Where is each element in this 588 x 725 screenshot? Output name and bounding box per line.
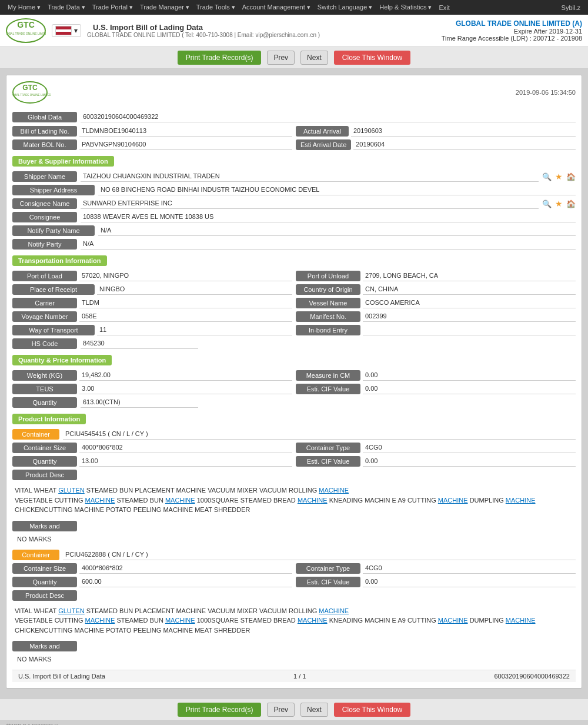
- container2-type-col: Container Type 4CG0: [296, 563, 576, 574]
- actual-arrival-label: Actual Arrival: [296, 126, 349, 137]
- consignee-star-icon[interactable]: ★: [555, 199, 563, 208]
- nav-tradedata[interactable]: Trade Data ▾: [45, 2, 88, 12]
- consignee-home-icon[interactable]: 🏠: [566, 199, 576, 208]
- machine-link11[interactable]: MACHINE: [438, 617, 468, 624]
- port-of-unload-label: Port of Unload: [296, 271, 360, 281]
- nav-tradeportal[interactable]: Trade Portal ▾: [89, 2, 136, 12]
- prev-button-top[interactable]: Prev: [267, 51, 295, 65]
- container2-value: PCIU4622888 ( CN / L / CY ): [63, 550, 576, 560]
- global-data-row: Global Data 600320190604000469322: [12, 112, 576, 122]
- voyage-number-label: Voyage Number: [12, 311, 77, 322]
- main-content: GTC GLOBAL TRADE ONLINE LIMITED 2019-09-…: [0, 69, 588, 699]
- language-flag[interactable]: ▾: [52, 24, 81, 37]
- close-button-top[interactable]: Close This Window: [334, 51, 410, 65]
- gluten-link2[interactable]: GLUTEN: [58, 607, 85, 614]
- container-block-1: Container PCIU4545415 ( CN / L / CY ) Co…: [12, 429, 576, 544]
- weight-measure-row: Weight (KG) 19,482.00 Measure in CM 0.00: [12, 370, 576, 381]
- port-of-unload-value: 2709, LONG BEACH, CA: [363, 271, 576, 281]
- container1-row: Container PCIU4545415 ( CN / L / CY ): [12, 429, 576, 440]
- container2-cif-value: 0.00: [363, 577, 576, 587]
- consignee-value: 10838 WEAVER AVES EL MONTE 10838 US: [81, 212, 576, 222]
- teus-cif-row: TEUS 3.00 Esti. CIF Value 0.00: [12, 384, 576, 394]
- teus-label: TEUS: [12, 384, 77, 394]
- header-title-area: U.S. Import Bill of Lading Data GLOBAL T…: [87, 23, 320, 38]
- container2-size-value: 4000*806*802: [79, 563, 292, 574]
- carrier-vessel-row: Carrier TLDM Vessel Name COSCO AMERICA: [12, 298, 576, 308]
- svg-text:GTC: GTC: [17, 20, 35, 29]
- machine-link5[interactable]: MACHINE: [438, 497, 468, 504]
- container2-qty-value: 600.00: [79, 577, 292, 587]
- nav-myhome[interactable]: My Home ▾: [5, 2, 44, 12]
- port-of-load-label: Port of Load: [12, 271, 77, 281]
- machine-link3[interactable]: MACHINE: [165, 497, 195, 504]
- country-of-origin-label: Country of Origin: [296, 284, 360, 295]
- machine-link4[interactable]: MACHINE: [298, 497, 328, 504]
- prev-button-bottom[interactable]: Prev: [267, 703, 295, 717]
- weight-label: Weight (KG): [12, 370, 77, 381]
- contact-info: GLOBAL TRADE ONLINE LIMITED ( Tel: 400-7…: [87, 32, 320, 38]
- nav-exit[interactable]: Exit: [436, 3, 452, 12]
- esti-arrival-label: Esti Arrival Date: [296, 139, 351, 150]
- machine-link7[interactable]: MACHINE: [319, 607, 349, 614]
- machine-link2[interactable]: MACHINE: [85, 497, 115, 504]
- quantity-label: Quantity: [12, 397, 77, 408]
- bill-arrival-row: Bill of Lading No. TLDMNBOE19040113 Actu…: [12, 126, 576, 137]
- record-id: 600320190604000469322: [495, 673, 570, 680]
- global-data-value: 600320190604000469322: [81, 112, 576, 122]
- time-range: Time Range Accessible (LDR) : 200712 - 2…: [442, 35, 582, 42]
- bill-of-lading-label: Bill of Lading No.: [12, 126, 77, 137]
- machine-link12[interactable]: MACHINE: [506, 617, 536, 624]
- machine-link1[interactable]: MACHINE: [319, 487, 349, 494]
- nav-tradetools[interactable]: Trade Tools ▾: [193, 2, 238, 12]
- consignee-search-icon[interactable]: 🔍: [542, 199, 552, 208]
- mater-bol-label: Mater BOL No.: [12, 139, 77, 150]
- next-button-top[interactable]: Next: [300, 51, 328, 65]
- container2-marks-value: NO MARKS: [12, 654, 576, 664]
- quantity-price-title: Quantity & Price Information: [12, 355, 112, 365]
- print-button-bottom[interactable]: Print Trade Record(s): [178, 703, 262, 717]
- machine-link9[interactable]: MACHINE: [165, 617, 195, 624]
- shipper-home-icon[interactable]: 🏠: [566, 172, 576, 181]
- container2-type-value: 4CG0: [363, 563, 576, 574]
- container2-desc-label-row: Product Desc: [12, 590, 576, 601]
- container1-qty-cif-row: Quantity 13.00 Esti. CIF Value 0.00: [12, 456, 576, 467]
- close-button-bottom[interactable]: Close This Window: [334, 703, 410, 717]
- esti-cif-label: Esti. CIF Value: [296, 384, 360, 394]
- nav-switchlanguage[interactable]: Switch Language ▾: [315, 2, 375, 12]
- product-info-title: Product Information: [12, 414, 86, 424]
- nav-accountmanagement[interactable]: Account Management ▾: [239, 2, 313, 12]
- container1-cif-label: Esti. CIF Value: [296, 456, 360, 467]
- container2-size-col: Container Size 4000*806*802: [12, 563, 292, 574]
- nav-helpstatistics[interactable]: Help & Statistics ▾: [376, 2, 435, 12]
- header-bar: GTC GLOBAL TRADE ONLINE LIMITED ▾ U.S. I…: [0, 15, 588, 47]
- esti-arrival-col: Esti Arrival Date 20190604: [296, 139, 576, 150]
- page-title: U.S. Import Bill of Lading Data: [93, 23, 320, 32]
- bill-of-lading-col: Bill of Lading No. TLDMNBOE19040113: [12, 126, 292, 137]
- print-button-top[interactable]: Print Trade Record(s): [178, 51, 262, 65]
- machine-link6[interactable]: MACHINE: [506, 497, 536, 504]
- nav-trademanager[interactable]: Trade Manager ▾: [137, 2, 192, 12]
- record-page-info: 1 / 1: [293, 673, 306, 680]
- transport-inbond-row: Way of Transport 11 In-bond Entry: [12, 325, 576, 335]
- carrier-value: TLDM: [79, 298, 292, 308]
- mater-esti-row: Mater BOL No. PABVNGPN90104600 Esti Arri…: [12, 139, 576, 150]
- container1-type-label: Container Type: [296, 443, 360, 453]
- next-button-bottom[interactable]: Next: [300, 703, 328, 717]
- weight-value: 19,482.00: [79, 370, 292, 381]
- svg-text:GLOBAL TRADE ONLINE LIMITED: GLOBAL TRADE ONLINE LIMITED: [6, 32, 46, 35]
- container2-marks-section: Marks and NO MARKS: [12, 641, 576, 664]
- machine-link8[interactable]: MACHINE: [85, 617, 115, 624]
- place-country-row: Place of Receipt NINGBO Country of Origi…: [12, 284, 576, 295]
- gluten-link[interactable]: GLUTEN: [58, 487, 85, 494]
- esti-cif-col: Esti. CIF Value 0.00: [296, 384, 576, 394]
- way-of-transport-value: 11: [97, 325, 292, 335]
- voyage-manifest-row: Voyage Number 058E Manifest No. 002399: [12, 311, 576, 322]
- way-of-transport-col: Way of Transport 11: [12, 325, 292, 335]
- teus-col: TEUS 3.00: [12, 384, 292, 394]
- in-bond-entry-value: [363, 325, 576, 335]
- shipper-name-value: TAIZHOU CHUANGXIN INDUSTRIAL TRADEN: [81, 171, 539, 182]
- shipper-star-icon[interactable]: ★: [555, 172, 563, 181]
- machine-link10[interactable]: MACHINE: [298, 617, 328, 624]
- notify-party-value: N/A: [81, 239, 576, 250]
- shipper-search-icon[interactable]: 🔍: [542, 172, 552, 181]
